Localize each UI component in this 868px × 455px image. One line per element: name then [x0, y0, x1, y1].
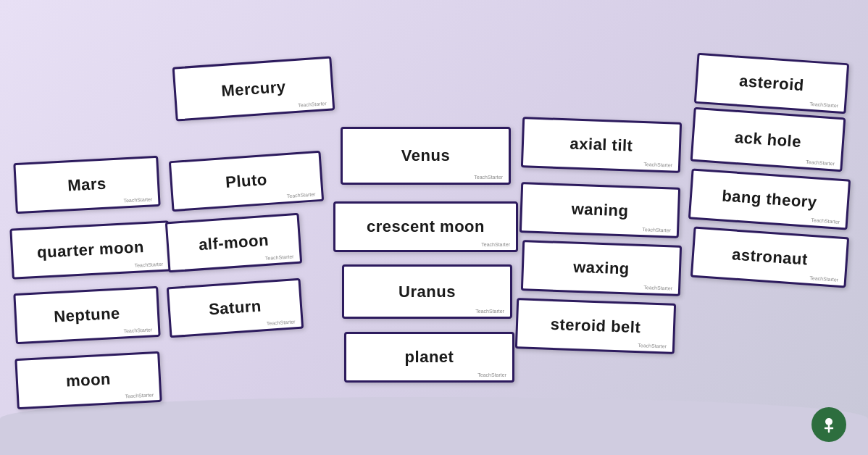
brand-pluto: TeachStarter [287, 191, 316, 199]
brand-crescent-moon: TeachStarter [481, 242, 510, 247]
brand-moon: TeachStarter [125, 392, 154, 398]
brand-neptune: TeachStarter [123, 327, 152, 333]
brand-big-bang: TeachStarter [811, 217, 840, 225]
brand-black-hole: TeachStarter [806, 159, 835, 167]
card-astronaut: astronautTeachStarter [690, 227, 849, 288]
card-mars: MarsTeachStarter [13, 156, 160, 214]
card-axial-tilt: axial tiltTeachStarter [521, 117, 682, 173]
brand-uranus: TeachStarter [475, 309, 504, 314]
brand-mars: TeachStarter [123, 196, 152, 203]
card-saturn: SaturnTeachStarter [167, 278, 304, 338]
card-text-mercury: Mercury [221, 77, 287, 100]
bottom-area [0, 397, 868, 455]
brand-planet: TeachStarter [477, 372, 506, 377]
card-half-moon: alf-moonTeachStarter [165, 213, 302, 273]
card-text-big-bang: bang theory [722, 186, 818, 212]
brand-asteroid: TeachStarter [809, 101, 838, 109]
card-text-astronaut: astronaut [731, 245, 808, 269]
card-text-saturn: Saturn [208, 296, 262, 319]
card-text-pluto: Pluto [225, 170, 267, 192]
card-text-moon: moon [65, 370, 111, 391]
card-pluto: PlutoTeachStarter [169, 151, 324, 212]
card-neptune: NeptuneTeachStarter [13, 286, 160, 344]
card-text-quarter-moon: quarter moon [37, 238, 145, 262]
card-text-black-hole: ack hole [734, 128, 802, 151]
card-waxing: waxingTeachStarter [521, 240, 682, 296]
brand-astronaut: TeachStarter [809, 275, 838, 283]
card-text-half-moon: alf-moon [198, 231, 269, 255]
teachstarter-logo [811, 407, 846, 442]
card-text-planet: planet [405, 348, 454, 367]
brand-waxing: TeachStarter [643, 285, 672, 291]
card-asteroid: asteroidTeachStarter [694, 53, 849, 114]
card-text-uranus: Uranus [398, 283, 456, 301]
card-text-neptune: Neptune [54, 304, 121, 327]
brand-waning: TeachStarter [642, 227, 671, 233]
card-text-axial-tilt: axial tilt [569, 134, 633, 155]
brand-venus: TeachStarter [474, 175, 503, 180]
card-planet: planetTeachStarter [344, 332, 514, 383]
card-waning: waningTeachStarter [519, 182, 680, 238]
brand-saturn: TeachStarter [267, 319, 296, 326]
card-text-waxing: waxing [573, 258, 630, 279]
card-crescent-moon: crescent moonTeachStarter [333, 201, 518, 252]
brand-quarter-moon: TeachStarter [134, 262, 163, 268]
card-venus: VenusTeachStarter [341, 127, 511, 185]
card-asteroid-belt: steroid beltTeachStarter [515, 298, 676, 354]
card-text-venus: Venus [401, 146, 450, 165]
svg-point-0 [825, 418, 832, 425]
brand-asteroid-belt: TeachStarter [638, 343, 667, 348]
brand-half-moon: TeachStarter [265, 254, 294, 261]
card-uranus: UranusTeachStarter [342, 264, 512, 319]
card-mercury: MercuryTeachStarter [172, 56, 335, 121]
card-text-asteroid: asteroid [738, 72, 804, 95]
brand-axial-tilt: TeachStarter [643, 162, 672, 167]
card-moon: moonTeachStarter [14, 351, 162, 409]
card-big-bang: bang theoryTeachStarter [688, 168, 851, 230]
card-text-waning: waning [571, 200, 629, 221]
card-text-crescent-moon: crescent moon [367, 217, 485, 236]
card-text-mars: Mars [67, 175, 107, 196]
brand-mercury: TeachStarter [298, 101, 327, 108]
card-black-hole: ack holeTeachStarter [690, 107, 846, 172]
card-text-asteroid-belt: steroid belt [550, 315, 640, 337]
card-quarter-moon: quarter moonTeachStarter [9, 220, 171, 279]
